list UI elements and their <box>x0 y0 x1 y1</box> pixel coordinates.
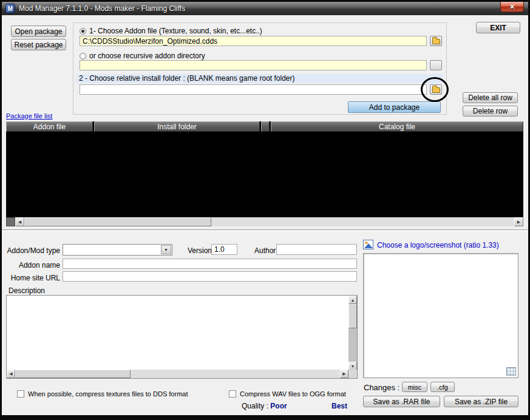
browse-addon-file-button[interactable] <box>430 36 442 46</box>
recursive-dir-radio-label: or choose recursive addon directory <box>89 52 205 60</box>
package-table-header: Addon file Install folder Catalog file <box>6 121 523 132</box>
cfg-button[interactable]: .cfg <box>430 382 455 392</box>
recursive-dir-radio[interactable] <box>80 53 86 59</box>
scroll-left-icon[interactable]: ◀ <box>15 217 24 226</box>
delete-all-row-button[interactable]: Delete all row <box>463 92 518 103</box>
addon-groupbox: 1- Choose Addon file (Texture, sound, sk… <box>73 22 447 115</box>
description-hscroll-thumb[interactable] <box>15 370 131 378</box>
description-horizontal-scrollbar[interactable]: ◀ ▶ <box>7 370 348 378</box>
close-button[interactable]: ✕ <box>500 2 524 12</box>
compress-ogg-label: Compress WAV files to OGG format <box>240 390 346 398</box>
package-table-body[interactable] <box>6 132 523 217</box>
close-icon: ✕ <box>509 3 515 11</box>
description-textarea[interactable] <box>7 296 348 370</box>
column-header-install-folder: Install folder <box>94 121 260 132</box>
column-header-addon-file: Addon file <box>6 121 93 132</box>
table-scrollbar-thumb[interactable] <box>24 217 211 226</box>
author-input[interactable] <box>276 244 357 255</box>
folder-open-icon <box>432 87 440 93</box>
delete-row-button[interactable]: Delete row <box>463 106 518 117</box>
client-area: Open package Reset package EXIT 1- Choos… <box>2 15 528 415</box>
quality-row: Quality : Poor <box>242 402 287 410</box>
misc-button[interactable]: misc <box>402 382 427 392</box>
package-file-list-link[interactable]: Package file list <box>6 112 52 120</box>
save-rar-button[interactable]: Save as .RAR file <box>363 396 440 407</box>
version-input[interactable] <box>211 244 237 255</box>
quality-best-label: Best <box>331 402 347 410</box>
addon-name-label: Addon name <box>7 261 60 269</box>
description-label: Description <box>8 286 45 295</box>
exit-button[interactable]: EXIT <box>476 22 520 33</box>
quality-value: Poor <box>270 402 287 410</box>
grid-icon[interactable] <box>506 367 516 376</box>
image-icon <box>363 240 373 249</box>
add-to-package-button[interactable]: Add to package <box>348 101 441 113</box>
save-zip-button[interactable]: Save as .ZIP file <box>444 396 518 407</box>
scroll-up-icon[interactable]: ▲ <box>348 296 357 304</box>
addon-type-label: Addon/Mod type <box>7 246 60 255</box>
home-site-url-label: Home site URL <box>7 274 60 282</box>
scroll-down-icon[interactable]: ▼ <box>348 362 357 370</box>
recursive-dir-radio-row: or choose recursive addon directory <box>80 52 205 60</box>
addon-file-radio-row: 1- Choose Addon file (Texture, sound, sk… <box>80 27 262 35</box>
description-vertical-scrollbar[interactable]: ▲ ▼ <box>348 296 357 370</box>
install-folder-input[interactable] <box>80 84 427 95</box>
description-field-wrap: ▲ ▼ ◀ ▶ <box>6 295 358 379</box>
description-hscroll-track[interactable] <box>131 370 340 378</box>
scroll-left-icon[interactable]: ◀ <box>7 370 15 378</box>
changes-label: Changes : <box>364 383 399 392</box>
compress-dds-checkbox[interactable] <box>17 390 24 398</box>
description-vscroll-thumb[interactable] <box>348 304 357 328</box>
addon-file-radio[interactable] <box>80 28 86 35</box>
window-title: Mod Manager 7.1.1.0 - Mods maker - Flami… <box>19 4 185 13</box>
choose-logo-link[interactable]: Choose a logo/screenshot (ratio 1.33) <box>377 241 499 249</box>
quality-label: Quality : <box>242 402 268 410</box>
table-horizontal-scrollbar[interactable]: ◀ ▶ <box>6 217 523 226</box>
scroll-right-icon[interactable]: ▶ <box>340 370 348 378</box>
column-header-spacer <box>261 121 270 132</box>
addon-name-input[interactable] <box>63 259 357 269</box>
chevron-down-icon[interactable]: ▼ <box>161 245 171 254</box>
reset-package-button[interactable]: Reset package <box>11 39 66 50</box>
open-package-button[interactable]: Open package <box>11 25 66 37</box>
app-icon-letter: M <box>8 5 13 12</box>
table-scrollbar-track[interactable] <box>211 217 514 226</box>
addon-type-dropdown[interactable]: ▼ <box>63 244 172 256</box>
folder-open-icon <box>432 39 440 44</box>
recursive-dir-input[interactable] <box>80 60 427 70</box>
scrollbar-corner <box>348 370 357 378</box>
app-icon: M <box>5 4 15 13</box>
compress-dds-label: When possible, compress textures files t… <box>28 390 188 398</box>
version-label: Version <box>188 246 212 255</box>
title-bar[interactable]: M Mod Manager 7.1.1.0 - Mods maker - Fla… <box>2 2 528 15</box>
scrollbar-origin-box[interactable] <box>6 217 15 226</box>
install-folder-label: 2 - Choose relative install folder : (BL… <box>76 74 443 83</box>
column-header-catalog-file: Catalog file <box>271 121 523 132</box>
section-divider <box>2 229 528 231</box>
home-site-url-input[interactable] <box>63 271 357 282</box>
browse-directory-button[interactable] <box>430 60 442 70</box>
compress-ogg-checkbox[interactable] <box>229 390 236 398</box>
scroll-right-icon[interactable]: ▶ <box>514 217 523 226</box>
logo-preview-box[interactable] <box>363 253 518 378</box>
app-window: M Mod Manager 7.1.1.0 - Mods maker - Fla… <box>0 0 530 420</box>
browse-install-folder-button[interactable] <box>430 84 442 95</box>
addon-file-radio-label: 1- Choose Addon file (Texture, sound, sk… <box>89 27 262 35</box>
addon-file-input[interactable] <box>80 36 427 46</box>
author-label: Author <box>254 246 276 255</box>
